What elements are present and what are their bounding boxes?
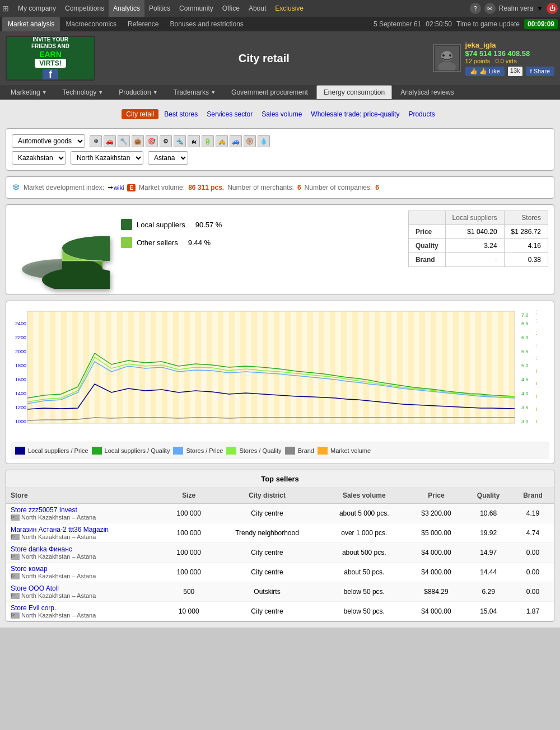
store-cell: Store комар 🏳 North Kazakhstan – Astana <box>6 563 164 582</box>
svg-text:0.6: 0.6 <box>536 381 537 386</box>
cat-icon-3[interactable]: 🔧 <box>118 135 130 147</box>
store-quality: 14.97 <box>465 543 512 563</box>
grid-icon[interactable]: ⊞ <box>2 4 9 13</box>
category-select[interactable]: Automotive goods <box>12 134 85 148</box>
col-size: Size <box>164 488 213 503</box>
cat-icon-4[interactable]: 👜 <box>132 135 144 147</box>
top-sellers-panel: Top sellers Store Size City district Sal… <box>6 470 554 622</box>
subtab-products[interactable]: Products <box>405 109 438 119</box>
subtab-city-retail[interactable]: City retail <box>122 109 158 119</box>
cat-icon-9[interactable]: 🔋 <box>202 135 214 147</box>
cat-icon-12[interactable]: 🛞 <box>244 135 256 147</box>
store-link[interactable]: Магазин Астана-2 ttt36 Magazin <box>11 526 109 534</box>
col-quality: Quality <box>465 488 512 503</box>
country-select[interactable]: Kazakhstan <box>12 151 66 165</box>
pie-chart-container <box>12 210 113 289</box>
tab-energy-consumption[interactable]: Energy consumption <box>316 85 392 99</box>
cat-icon-1[interactable]: ❄ <box>90 135 102 147</box>
nav-politics[interactable]: Politics <box>144 0 175 17</box>
store-link[interactable]: Store zzz50057 Invest <box>11 506 77 514</box>
subnav-bonuses[interactable]: Bonuses and restrictions <box>164 17 249 31</box>
nav-about[interactable]: About <box>244 0 270 17</box>
store-sales: below 50 pcs. <box>321 602 408 621</box>
wiki-link[interactable]: ⮕wiki <box>108 184 124 191</box>
cat-icon-8[interactable]: 🏍 <box>188 135 200 147</box>
region-select[interactable]: North Kazakhstan <box>71 151 143 165</box>
store-brand: 4.74 <box>512 523 554 543</box>
legend-other-sellers: Other sellers 9.44 % <box>121 237 400 248</box>
cat-icon-13[interactable]: 💧 <box>258 135 270 147</box>
svg-text:1400: 1400 <box>15 391 26 396</box>
store-cell: Store Evil corp. 🏳 North Kazakhstan – As… <box>6 602 164 621</box>
share-button[interactable]: f Share <box>526 67 554 76</box>
store-link[interactable]: Store OOO Atoll <box>11 584 59 592</box>
like-count: 13k <box>508 67 522 76</box>
subtab-sales-volume[interactable]: Sales volume <box>258 109 305 119</box>
city-select[interactable]: Astana <box>148 151 188 165</box>
store-district: City centre <box>213 503 321 523</box>
svg-text:3.5: 3.5 <box>521 405 529 410</box>
market-info-bar: ❄ Market development index: ⮕wiki E Mark… <box>6 176 554 199</box>
table-row: Store комар 🏳 North Kazakhstan – Astana … <box>6 563 554 582</box>
store-district: City centre <box>213 563 321 582</box>
svg-text:5.0: 5.0 <box>521 363 529 368</box>
cat-icon-6[interactable]: ⚙ <box>160 135 172 147</box>
subtab-services-sector[interactable]: Services sector <box>203 109 256 119</box>
subnav-reference[interactable]: Reference <box>122 17 164 31</box>
cat-icon-2[interactable]: 🚗 <box>104 135 116 147</box>
cat-icon-5[interactable]: 🎯 <box>146 135 158 147</box>
subtab-wholesale[interactable]: Wholesale trade: price-quality <box>307 109 403 119</box>
store-cell: Store zzz50057 Invest 🏳 North Kazakhstan… <box>6 503 164 523</box>
technology-arrow-icon: ▼ <box>98 90 103 95</box>
tab-analytical-reviews[interactable]: Analytical reviews <box>393 85 461 99</box>
store-price: $884.29 <box>408 582 465 602</box>
index-label: Market development index: <box>24 184 104 191</box>
stats-label-brand: Brand <box>408 253 445 267</box>
stats-value-price-stores: $1 286.72 <box>504 225 548 239</box>
svg-text:0.2: 0.2 <box>536 406 537 412</box>
like-button[interactable]: 👍 👍 Like <box>465 67 505 76</box>
nav-community[interactable]: Community <box>175 0 218 17</box>
cat-icon-11[interactable]: 🚙 <box>230 135 242 147</box>
category-icon-bar: ❄ 🚗 🔧 👜 🎯 ⚙ 🔩 🏍 🔋 🚕 🚙 🛞 💧 <box>90 135 270 147</box>
store-link[interactable]: Store danka Финанс <box>11 545 72 553</box>
svg-text:1.4: 1.4 <box>536 330 537 336</box>
user-info: jeka_igla $74 514 136 408.58 12 points 0… <box>465 41 554 76</box>
cat-icon-10[interactable]: 🚕 <box>216 135 228 147</box>
timer-label: Time to game update <box>456 20 520 28</box>
store-link[interactable]: Store комар <box>11 565 48 573</box>
nav-analytics[interactable]: Analytics <box>109 0 144 17</box>
invite-banner[interactable]: INVITE YOURFRIENDS AND EARN VIRTS! f <box>6 36 95 81</box>
tab-technology[interactable]: Technology ▼ <box>55 85 111 99</box>
mail-button[interactable]: ✉ <box>484 3 496 14</box>
tab-production[interactable]: Production ▼ <box>111 85 165 99</box>
table-row: Store Evil corp. 🏳 North Kazakhstan – As… <box>6 602 554 621</box>
logout-button[interactable]: ⏻ <box>547 3 558 14</box>
tab-marketing[interactable]: Marketing ▼ <box>3 85 54 99</box>
page-title: City retail <box>101 52 427 65</box>
local-suppliers-percent: 90.57 % <box>195 221 222 229</box>
help-button[interactable]: ? <box>470 3 481 14</box>
cat-icon-7[interactable]: 🔩 <box>174 135 186 147</box>
stats-value-brand-stores: 0.38 <box>504 253 548 267</box>
companies-count: 6 <box>375 184 379 191</box>
banner-earn: EARN <box>39 50 62 59</box>
nav-office[interactable]: Office <box>218 0 244 17</box>
tab-govt-procurement[interactable]: Government procurement <box>224 85 315 99</box>
subnav-macroeconomics[interactable]: Macroeconomics <box>60 17 122 31</box>
other-sellers-label: Other sellers <box>137 238 178 247</box>
stats-row-brand: Brand - 0.38 <box>408 253 548 267</box>
subtab-best-stores[interactable]: Best stores <box>161 109 201 119</box>
nav-competitions[interactable]: Competitions <box>60 0 109 17</box>
svg-text:6.5: 6.5 <box>521 321 529 326</box>
store-link[interactable]: Store Evil corp. <box>11 604 56 612</box>
local-price-label: Local suppliers / Price <box>28 447 88 454</box>
nav-my-company[interactable]: My company <box>13 0 60 17</box>
store-quality: 6.29 <box>465 582 512 602</box>
realm-label: Realm vera <box>499 4 533 12</box>
tab-trademarks[interactable]: Trademarks ▼ <box>166 85 223 99</box>
svg-text:1.0: 1.0 <box>536 355 537 361</box>
nav-exclusive[interactable]: Exclusive <box>270 0 308 17</box>
stats-value-quality-stores: 4.16 <box>504 239 548 253</box>
subnav-market-analysis[interactable]: Market analysis <box>2 17 60 31</box>
